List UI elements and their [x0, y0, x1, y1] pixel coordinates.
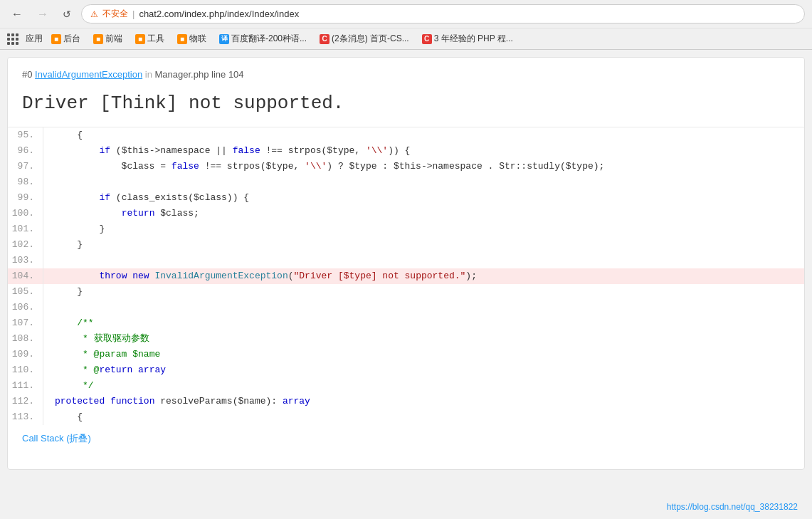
exception-line-label: line	[211, 69, 228, 80]
line-number: 99.	[8, 190, 43, 206]
line-number: 105.	[8, 284, 43, 300]
bookmark-item-5[interactable]: C (2条消息) 首页-CS...	[315, 31, 413, 46]
line-content: if (class_exists($class)) {	[43, 190, 249, 206]
line-number: 98.	[8, 174, 43, 190]
code-line: 101. }	[8, 221, 804, 237]
bookmarks-bar: 应用 ■ 后台 ■ 前端 ■ 工具 ■ 物联 译 百度翻译-200种语... C…	[0, 28, 812, 49]
line-number: 107.	[8, 315, 43, 331]
bookmark-icon-3: ■	[177, 34, 187, 44]
reload-button[interactable]: ↺	[58, 7, 75, 21]
code-line: 99. if (class_exists($class)) {	[8, 190, 804, 206]
code-line: 112.protected function resolveParams($na…	[8, 394, 804, 409]
line-content: }	[43, 221, 105, 237]
bookmark-label-5: (2条消息) 首页-CS...	[332, 33, 409, 45]
line-number: 111.	[8, 378, 43, 394]
bookmark-item-0[interactable]: ■ 后台	[47, 31, 85, 46]
code-line: 98.	[8, 174, 804, 190]
line-content: protected function resolveParams($name):…	[43, 394, 310, 409]
bookmark-icon-4: 译	[219, 34, 229, 44]
line-content: * @return array	[43, 362, 166, 378]
code-line: 108. * 获取驱动参数	[8, 331, 804, 347]
bookmark-icon-2: ■	[135, 34, 145, 44]
code-line: 105. }	[8, 284, 804, 300]
code-line: 97. $class = false !== strpos($type, '\\…	[8, 159, 804, 174]
bookmark-label-4: 百度翻译-200种语...	[231, 33, 307, 45]
line-number: 110.	[8, 362, 43, 378]
bookmark-icon-5: C	[320, 34, 329, 44]
nav-bar: ← → ↺ ⚠ 不安全 | chat2.com/index.php/index/…	[0, 0, 812, 28]
apps-label: 应用	[26, 33, 43, 45]
line-number: 108.	[8, 331, 43, 347]
code-line: 104. throw new InvalidArgumentException(…	[8, 268, 804, 284]
exception-file: Manager.php	[154, 69, 209, 80]
bookmark-icon-6: C	[422, 34, 432, 44]
bookmark-item-3[interactable]: ■ 物联	[173, 31, 211, 46]
url-separator: |	[132, 9, 135, 19]
line-number: 97.	[8, 159, 43, 174]
code-line: 103.	[8, 253, 804, 268]
line-content	[43, 174, 55, 190]
code-line: 100. return $class;	[8, 206, 804, 221]
line-content: /**	[43, 315, 94, 331]
line-content: return $class;	[43, 206, 199, 221]
line-number: 106.	[8, 300, 43, 315]
bookmark-label-0: 后台	[63, 33, 80, 45]
url-text: chat2.com/index.php/index/Index/index	[139, 9, 796, 19]
exception-title-line: #0 InvalidArgumentException in Manager.p…	[22, 69, 790, 80]
code-line: 106.	[8, 300, 804, 315]
exception-header: #0 InvalidArgumentException in Manager.p…	[8, 58, 804, 127]
line-number: 104.	[8, 268, 43, 284]
security-label: 不安全	[102, 8, 128, 20]
exception-class-link[interactable]: InvalidArgumentException	[35, 69, 142, 80]
line-content: }	[43, 284, 83, 300]
bookmark-icon-1: ■	[93, 34, 103, 44]
back-button[interactable]: ←	[7, 6, 27, 22]
line-number: 113.	[8, 409, 43, 425]
code-line: 96. if ($this->namespace || false !== st…	[8, 143, 804, 159]
code-line: 107. /**	[8, 315, 804, 331]
line-number: 101.	[8, 221, 43, 237]
line-content	[43, 300, 55, 315]
bookmark-item-2[interactable]: ■ 工具	[131, 31, 169, 46]
call-stack-toggle[interactable]: (折叠)	[66, 433, 91, 444]
forward-button[interactable]: →	[33, 6, 53, 22]
bookmark-icon-0: ■	[51, 34, 61, 44]
browser-chrome: ← → ↺ ⚠ 不安全 | chat2.com/index.php/index/…	[0, 0, 812, 50]
code-line: 95. {	[8, 127, 804, 143]
line-content: {	[43, 409, 83, 425]
line-content: $class = false !== strpos($type, '\\') ?…	[43, 159, 604, 174]
bookmark-label-6: 3 年经验的 PHP 程...	[434, 33, 513, 45]
bookmark-label-2: 工具	[147, 33, 164, 45]
bookmark-label-1: 前端	[105, 33, 122, 45]
line-number: 95.	[8, 127, 43, 143]
code-line: 110. * @return array	[8, 362, 804, 378]
line-number: 112.	[8, 394, 43, 409]
line-content: }	[43, 237, 83, 253]
code-line: 109. * @param $name	[8, 347, 804, 362]
page-content: #0 InvalidArgumentException in Manager.p…	[7, 57, 805, 470]
bookmark-label-3: 物联	[189, 33, 206, 45]
exception-line-number: 104	[228, 69, 244, 80]
security-icon: ⚠	[90, 9, 98, 19]
bookmark-item-1[interactable]: ■ 前端	[89, 31, 127, 46]
address-bar[interactable]: ⚠ 不安全 | chat2.com/index.php/index/Index/…	[81, 4, 805, 23]
line-content: if ($this->namespace || false !== strpos…	[43, 143, 410, 159]
exception-message: Driver [Think] not supported.	[22, 87, 790, 120]
in-text: in	[145, 69, 155, 80]
line-content: {	[43, 127, 83, 143]
line-number: 100.	[8, 206, 43, 221]
code-viewer: 95. {96. if ($this->namespace || false !…	[8, 127, 804, 425]
bookmark-item-4[interactable]: 译 百度翻译-200种语...	[215, 31, 311, 46]
bottom-bar: Call Stack (折叠)	[8, 425, 804, 452]
code-line: 113. {	[8, 409, 804, 425]
code-line: 111. */	[8, 378, 804, 394]
line-number: 103.	[8, 253, 43, 268]
bookmark-item-6[interactable]: C 3 年经验的 PHP 程...	[418, 31, 517, 46]
line-content: throw new InvalidArgumentException("Driv…	[43, 268, 477, 284]
line-number: 102.	[8, 237, 43, 253]
line-number: 109.	[8, 347, 43, 362]
call-stack-label: Call Stack	[22, 433, 64, 444]
apps-icon[interactable]	[7, 33, 19, 45]
line-content: * 获取驱动参数	[43, 331, 149, 347]
line-content	[43, 253, 55, 268]
